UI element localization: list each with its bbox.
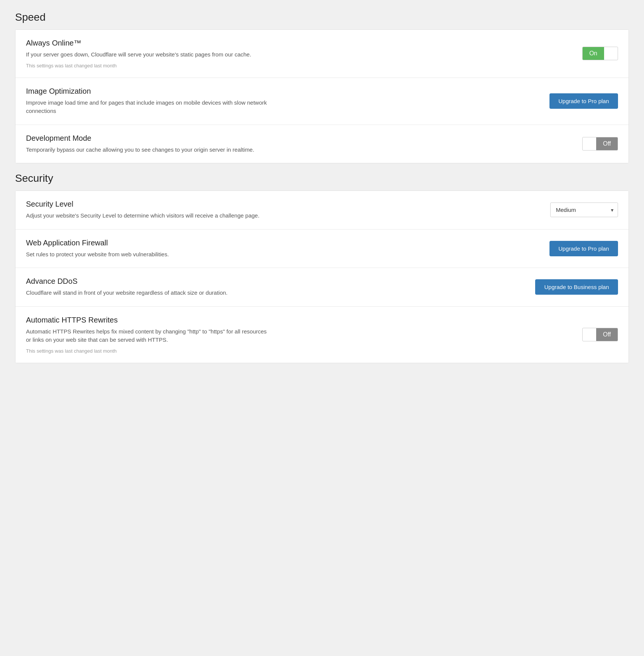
waf-name: Web Application Firewall [26, 239, 535, 247]
security-level-desc: Adjust your website's Security Level to … [26, 212, 267, 220]
image-optimization-name: Image Optimization [26, 87, 535, 96]
toggle-on-inactive [583, 141, 596, 147]
security-settings-container: Security Level Adjust your website's Sec… [15, 190, 629, 363]
toggle-off-inactive [604, 50, 618, 56]
https-rewrites-meta: This settings was last changed last mont… [26, 348, 535, 354]
security-level-select[interactable]: Essentially Off Low Medium High I'm Unde… [550, 202, 618, 217]
development-mode-name: Development Mode [26, 134, 535, 143]
speed-settings-container: Always Online™ If your server goes down,… [15, 29, 629, 163]
always-online-control: On [535, 47, 618, 60]
speed-title: Speed [15, 11, 629, 23]
ddos-row: Advance DDoS Cloudflare will stand in fr… [15, 268, 629, 307]
waf-row: Web Application Firewall Set rules to pr… [15, 230, 629, 268]
speed-section: Speed Always Online™ If your server goes… [15, 11, 629, 163]
ddos-info: Advance DDoS Cloudflare will stand in fr… [26, 277, 535, 297]
waf-upgrade-button[interactable]: Upgrade to Pro plan [549, 241, 618, 256]
https-rewrites-name: Automatic HTTPS Rewrites [26, 316, 535, 324]
image-optimization-control: Upgrade to Pro plan [535, 93, 618, 109]
security-level-select-wrapper: Essentially Off Low Medium High I'm Unde… [550, 202, 618, 217]
waf-info: Web Application Firewall Set rules to pr… [26, 239, 535, 259]
toggle-on-button[interactable]: On [583, 47, 604, 60]
always-online-info: Always Online™ If your server goes down,… [26, 39, 535, 68]
ddos-name: Advance DDoS [26, 277, 535, 286]
security-level-name: Security Level [26, 200, 535, 209]
development-mode-control: Off [535, 137, 618, 151]
ddos-control: Upgrade to Business plan [535, 279, 618, 295]
https-rewrites-toggle[interactable]: Off [582, 328, 618, 341]
development-mode-row: Development Mode Temporarily bypass our … [15, 125, 629, 163]
security-title: Security [15, 172, 629, 184]
security-section: Security Security Level Adjust your webs… [15, 172, 629, 363]
https-rewrites-info: Automatic HTTPS Rewrites Automatic HTTPS… [26, 316, 535, 354]
always-online-row: Always Online™ If your server goes down,… [15, 30, 629, 78]
waf-control: Upgrade to Pro plan [535, 241, 618, 256]
https-rewrites-row: Automatic HTTPS Rewrites Automatic HTTPS… [15, 307, 629, 363]
security-level-info: Security Level Adjust your website's Sec… [26, 200, 535, 220]
image-optimization-info: Image Optimization Improve image load ti… [26, 87, 535, 116]
image-optimization-upgrade-button[interactable]: Upgrade to Pro plan [549, 93, 618, 109]
waf-desc: Set rules to protect your website from w… [26, 250, 267, 259]
development-mode-toggle[interactable]: Off [582, 137, 618, 151]
toggle-on-inactive-https [583, 332, 596, 338]
https-rewrites-desc: Automatic HTTPS Rewrites helps fix mixed… [26, 327, 267, 344]
https-rewrites-control: Off [535, 328, 618, 341]
always-online-name: Always Online™ [26, 39, 535, 47]
image-optimization-row: Image Optimization Improve image load ti… [15, 78, 629, 125]
security-level-row: Security Level Adjust your website's Sec… [15, 191, 629, 230]
security-level-control: Essentially Off Low Medium High I'm Unde… [535, 202, 618, 217]
always-online-meta: This settings was last changed last mont… [26, 63, 535, 68]
ddos-upgrade-button[interactable]: Upgrade to Business plan [535, 279, 618, 295]
always-online-toggle[interactable]: On [582, 47, 618, 60]
image-optimization-desc: Improve image load time and for pages th… [26, 99, 267, 116]
toggle-off-button-https[interactable]: Off [596, 328, 618, 341]
toggle-off-button[interactable]: Off [596, 137, 618, 150]
development-mode-info: Development Mode Temporarily bypass our … [26, 134, 535, 154]
always-online-desc: If your server goes down, Cloudflare wil… [26, 50, 267, 59]
development-mode-desc: Temporarily bypass our cache allowing yo… [26, 146, 267, 154]
ddos-desc: Cloudflare will stand in front of your w… [26, 289, 267, 297]
